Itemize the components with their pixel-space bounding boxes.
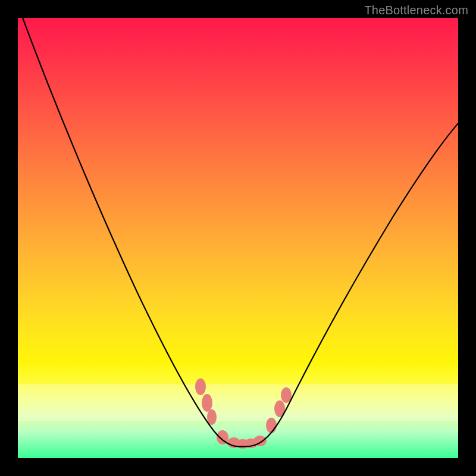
marker-group	[195, 378, 292, 449]
curve-marker	[202, 394, 212, 412]
watermark-text: TheBottleneck.com	[364, 4, 468, 17]
outer-frame: TheBottleneck.com	[0, 0, 476, 476]
bottleneck-curve	[23, 18, 459, 447]
plot-area	[18, 18, 458, 458]
curve-marker	[195, 378, 206, 395]
curve-marker	[266, 418, 277, 433]
chart-svg	[18, 18, 458, 458]
